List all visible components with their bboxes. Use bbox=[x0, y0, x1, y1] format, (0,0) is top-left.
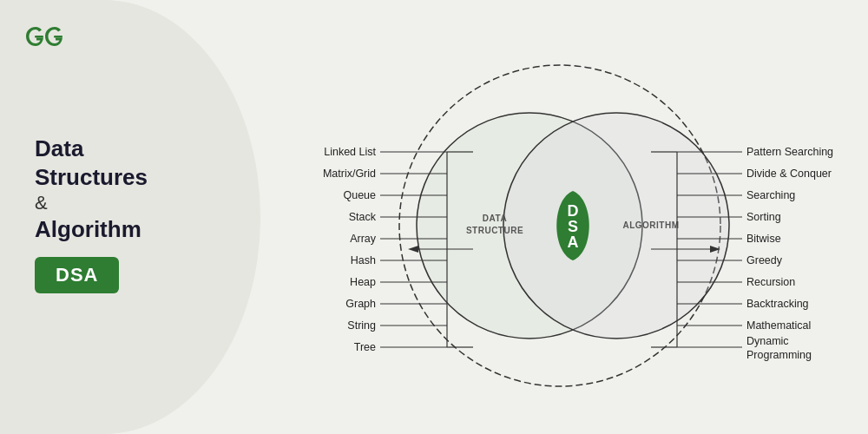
right-item-2: Searching bbox=[746, 189, 795, 201]
title-line2: Structures bbox=[35, 163, 148, 192]
right-item-9b: Programming bbox=[746, 349, 812, 361]
ds-label: DATA bbox=[483, 214, 507, 223]
geeksforgeeks-icon bbox=[24, 24, 62, 49]
right-item-7: Backtracking bbox=[746, 298, 809, 310]
left-item-4: Array bbox=[350, 233, 377, 245]
right-item-5: Greedy bbox=[746, 254, 783, 266]
right-item-0: Pattern Searching bbox=[746, 146, 833, 158]
title-line3: Algorithm bbox=[35, 215, 148, 244]
left-item-9: Tree bbox=[354, 341, 376, 353]
left-item-6: Heap bbox=[350, 276, 376, 288]
dsa-s: S bbox=[568, 218, 578, 235]
dsa-badge: DSA bbox=[35, 257, 119, 293]
title-area: Data Structures & Algorithm DSA bbox=[35, 135, 148, 293]
right-item-9a: Dynamic bbox=[746, 335, 789, 347]
dsa-a: A bbox=[568, 233, 579, 251]
left-item-0: Linked List bbox=[324, 146, 376, 158]
right-item-3: Sorting bbox=[746, 211, 781, 223]
left-item-3: Stack bbox=[349, 211, 377, 223]
diagram-area: DATA STRUCTURE ALGORITHM D S A Linked Li… bbox=[252, 35, 868, 417]
svg-point-4 bbox=[503, 113, 729, 339]
right-item-8: Mathematical bbox=[746, 319, 811, 332]
left-item-8: String bbox=[347, 319, 376, 332]
algo-label: ALGORITHM bbox=[622, 220, 679, 230]
dsa-diagram: DATA STRUCTURE ALGORITHM D S A Linked Li… bbox=[252, 35, 868, 417]
svg-rect-0 bbox=[35, 36, 43, 38]
svg-marker-9 bbox=[408, 246, 418, 253]
right-item-1: Divide & Conquer bbox=[746, 168, 832, 180]
left-item-1: Matrix/Grid bbox=[323, 168, 376, 180]
right-item-4: Bitwise bbox=[746, 233, 781, 245]
dsa-d: D bbox=[568, 202, 579, 220]
left-item-5: Hash bbox=[351, 254, 376, 266]
svg-rect-1 bbox=[54, 36, 62, 38]
logo bbox=[24, 24, 62, 49]
title-ampersand: & bbox=[35, 191, 148, 215]
right-item-6: Recursion bbox=[746, 276, 795, 288]
ds-label2: STRUCTURE bbox=[466, 226, 523, 235]
left-item-7: Graph bbox=[345, 298, 376, 310]
title-line1: Data bbox=[35, 135, 148, 163]
left-item-2: Queue bbox=[343, 189, 376, 201]
